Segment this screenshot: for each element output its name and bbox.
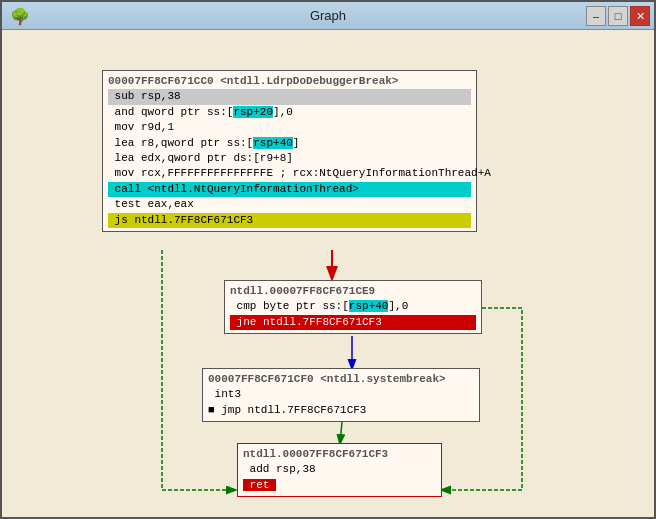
close-button[interactable]: ✕ [630,6,650,26]
window-controls: – □ ✕ [586,6,650,26]
titlebar: 🌳 Graph – □ ✕ [2,2,654,30]
node1-line9: test eax,eax [108,197,471,212]
node1-line4: mov r9d,1 [108,120,471,135]
node-2[interactable]: ntdll.00007FF8CF671CE9 cmp byte ptr ss:[… [224,280,482,334]
node1-line3: and qword ptr ss:[rsp+20],0 [108,105,471,120]
node1-line10: js ntdll.7FF8CF671CF3 [108,213,471,228]
node4-line3: ret [243,478,436,493]
graph-canvas: 00007FF8CF671CC0 <ntdll.LdrpDoDebuggerBr… [2,30,654,517]
app-icon: 🌳 [10,7,30,27]
node-3[interactable]: 00007FF8CF671CF0 <ntdll.systembreak> int… [202,368,480,422]
node2-line1: ntdll.00007FF8CF671CE9 [230,284,476,299]
node1-line5: lea r8,qword ptr ss:[rsp+40] [108,136,471,151]
minimize-button[interactable]: – [586,6,606,26]
node1-line6: lea edx,qword ptr ds:[r9+8] [108,151,471,166]
node3-line2: int3 [208,387,474,402]
node4-line1: ntdll.00007FF8CF671CF3 [243,447,436,462]
svg-line-2 [340,422,342,443]
node-1[interactable]: 00007FF8CF671CC0 <ntdll.LdrpDoDebuggerBr… [102,70,477,232]
main-window: 🌳 Graph – □ ✕ [0,0,656,519]
node3-line3: ■ jmp ntdll.7FF8CF671CF3 [208,403,474,418]
node1-line7: mov rcx,FFFFFFFFFFFFFFFE ; rcx:NtQueryIn… [108,166,471,181]
maximize-button[interactable]: □ [608,6,628,26]
node3-line1: 00007FF8CF671CF0 <ntdll.systembreak> [208,372,474,387]
node2-line2: cmp byte ptr ss:[rsp+40],0 [230,299,476,314]
node4-line2: add rsp,38 [243,462,436,477]
node1-line2: sub rsp,38 [108,89,471,104]
window-title: Graph [310,8,346,23]
node2-line3: jne ntdll.7FF8CF671CF3 [230,315,476,330]
node-4[interactable]: ntdll.00007FF8CF671CF3 add rsp,38 ret [237,443,442,497]
node1-line8: call <ntdll.NtQueryInformationThread> [108,182,471,197]
node1-line1: 00007FF8CF671CC0 <ntdll.LdrpDoDebuggerBr… [108,74,471,89]
